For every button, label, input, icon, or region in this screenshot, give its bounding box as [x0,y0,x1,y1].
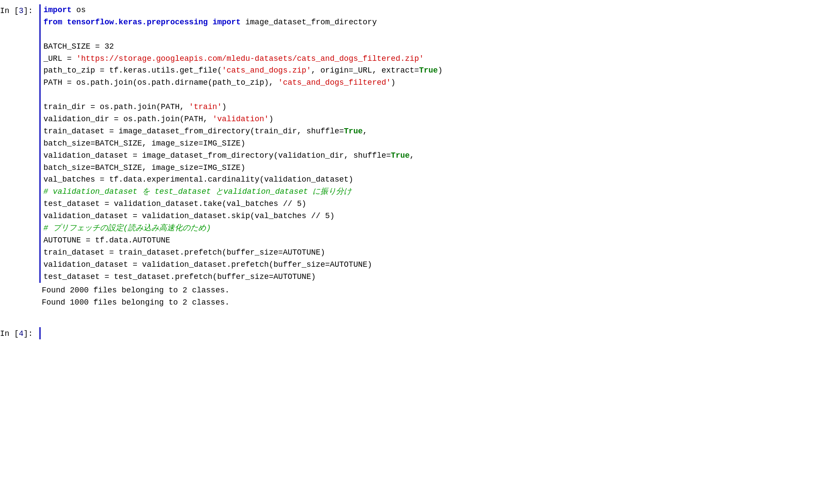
code-line: # validation_dataset を test_dataset とval… [43,186,821,198]
code-line: test_dataset = test_dataset.prefetch(buf… [43,271,821,283]
code-line: batch_size=BATCH_SIZE, image_size=IMG_SI… [43,138,821,150]
code-line: BATCH_SIZE = 32 [43,41,821,53]
code-line: test_dataset = validation_dataset.take(v… [43,198,821,210]
code-line-empty [43,327,821,339]
code-line: PATH = os.path.join(os.path.dirname(path… [43,77,821,89]
output-line-2: Found 1000 files belonging to 2 classes. [42,297,821,309]
code-line: path_to_zip = tf.keras.utils.get_file('c… [43,65,821,77]
code-line [43,29,821,41]
cell-4-label: In [4]: [0,329,33,338]
code-line: validation_dataset = image_dataset_from_… [43,150,821,162]
cell-3-label: In [3]: [0,7,33,15]
code-line: AUTOTUNE = tf.data.AUTOTUNE [43,235,821,247]
cell-3: In [3]: import os from tensorflow.keras.… [0,4,821,313]
code-line: import os [43,4,821,17]
code-line: from tensorflow.keras.preprocessing impo… [43,17,821,29]
cell-4-content [43,327,821,339]
code-line: validation_dir = os.path.join(PATH, 'val… [43,113,821,126]
notebook: In [3]: import os from tensorflow.keras.… [0,0,821,344]
cell-4: In [4]: [0,320,821,340]
code-line: train_dir = os.path.join(PATH, 'train') [43,101,821,113]
code-line: _URL = 'https://storage.googleapis.com/m… [43,53,821,65]
code-line: validation_dataset = validation_dataset.… [43,210,821,222]
code-line: train_dataset = image_dataset_from_direc… [43,126,821,138]
code-line [43,89,821,101]
code-line: val_batches = tf.data.experimental.cardi… [43,174,821,186]
code-line: # プリフェッチの設定(読み込み高速化のため) [43,222,821,235]
output-line-1: Found 2000 files belonging to 2 classes. [42,285,821,297]
code-line: batch_size=BATCH_SIZE, image_size=IMG_SI… [43,162,821,174]
cell-3-content: import os from tensorflow.keras.preproce… [43,4,821,283]
code-line: validation_dataset = validation_dataset.… [43,259,821,271]
cell-3-output: Found 2000 files belonging to 2 classes.… [0,283,821,313]
code-line: train_dataset = train_dataset.prefetch(b… [43,247,821,259]
